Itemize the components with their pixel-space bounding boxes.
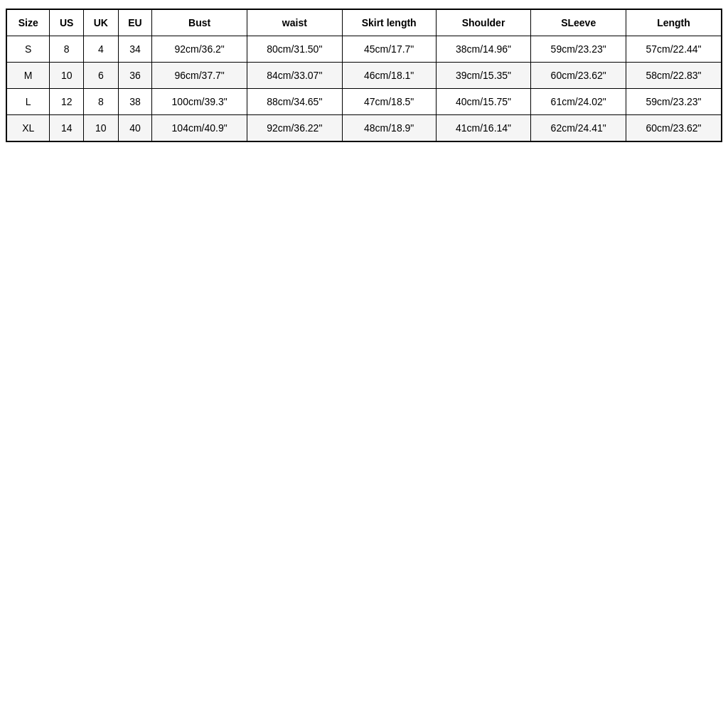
header-size: Size	[6, 9, 50, 36]
cell-size: L	[6, 89, 50, 115]
header-length: Length	[626, 9, 722, 36]
cell-skirt_length: 48cm/18.9"	[342, 115, 436, 142]
cell-us: 14	[50, 115, 84, 142]
cell-skirt_length: 46cm/18.1"	[342, 63, 436, 89]
cell-eu: 34	[118, 36, 152, 63]
header-eu: EU	[118, 9, 152, 36]
size-chart-container: Size US UK EU Bust waist Skirt length Sh…	[6, 9, 722, 142]
header-us: US	[50, 9, 84, 36]
cell-sleeve: 60cm/23.62"	[531, 63, 626, 89]
cell-bust: 104cm/40.9"	[152, 115, 247, 142]
table-row: L12838100cm/39.3"88cm/34.65"47cm/18.5"40…	[6, 89, 722, 115]
cell-us: 8	[50, 36, 84, 63]
table-row: M1063696cm/37.7"84cm/33.07"46cm/18.1"39c…	[6, 63, 722, 89]
cell-skirt_length: 47cm/18.5"	[342, 89, 436, 115]
cell-uk: 6	[83, 63, 118, 89]
cell-eu: 38	[118, 89, 152, 115]
cell-us: 12	[50, 89, 84, 115]
cell-sleeve: 62cm/24.41"	[531, 115, 626, 142]
cell-waist: 88cm/34.65"	[247, 89, 342, 115]
header-skirt-length: Skirt length	[342, 9, 436, 36]
cell-bust: 92cm/36.2"	[152, 36, 247, 63]
table-header-row: Size US UK EU Bust waist Skirt length Sh…	[6, 9, 722, 36]
cell-waist: 80cm/31.50"	[247, 36, 342, 63]
header-shoulder: Shoulder	[436, 9, 531, 36]
header-uk: UK	[83, 9, 118, 36]
cell-waist: 84cm/33.07"	[247, 63, 342, 89]
cell-length: 59cm/23.23"	[626, 89, 722, 115]
header-bust: Bust	[152, 9, 247, 36]
cell-uk: 4	[83, 36, 118, 63]
cell-uk: 10	[83, 115, 118, 142]
cell-length: 57cm/22.44"	[626, 36, 722, 63]
cell-size: M	[6, 63, 50, 89]
cell-shoulder: 40cm/15.75"	[436, 89, 531, 115]
cell-size: XL	[6, 115, 50, 142]
cell-size: S	[6, 36, 50, 63]
cell-eu: 40	[118, 115, 152, 142]
cell-shoulder: 39cm/15.35"	[436, 63, 531, 89]
cell-shoulder: 38cm/14.96"	[436, 36, 531, 63]
table-row: S843492cm/36.2"80cm/31.50"45cm/17.7"38cm…	[6, 36, 722, 63]
cell-uk: 8	[83, 89, 118, 115]
size-chart-table: Size US UK EU Bust waist Skirt length Sh…	[6, 9, 722, 142]
cell-sleeve: 61cm/24.02"	[531, 89, 626, 115]
header-sleeve: SLeeve	[531, 9, 626, 36]
cell-sleeve: 59cm/23.23"	[531, 36, 626, 63]
cell-bust: 96cm/37.7"	[152, 63, 247, 89]
cell-eu: 36	[118, 63, 152, 89]
cell-us: 10	[50, 63, 84, 89]
cell-waist: 92cm/36.22"	[247, 115, 342, 142]
cell-skirt_length: 45cm/17.7"	[342, 36, 436, 63]
cell-bust: 100cm/39.3"	[152, 89, 247, 115]
cell-shoulder: 41cm/16.14"	[436, 115, 531, 142]
table-row: XL141040104cm/40.9"92cm/36.22"48cm/18.9"…	[6, 115, 722, 142]
header-waist: waist	[247, 9, 342, 36]
cell-length: 60cm/23.62"	[626, 115, 722, 142]
cell-length: 58cm/22.83"	[626, 63, 722, 89]
